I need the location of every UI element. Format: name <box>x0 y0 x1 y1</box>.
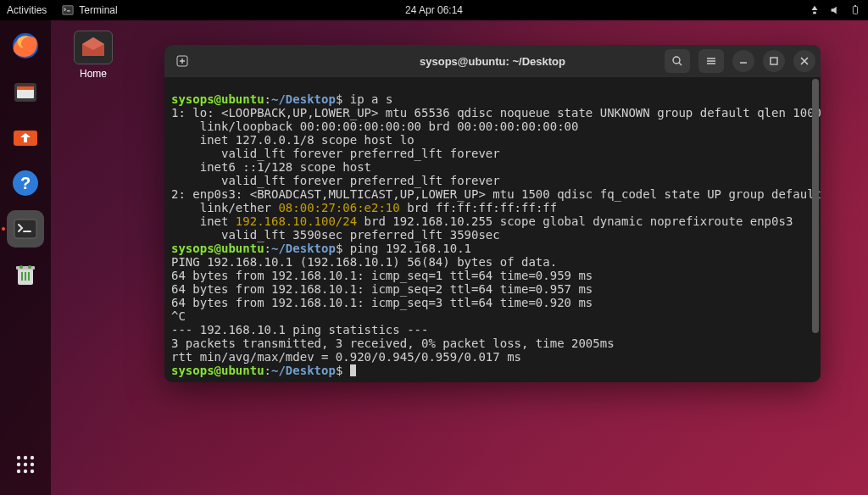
minimize-icon <box>737 55 749 67</box>
volume-icon[interactable] <box>829 4 841 16</box>
minimize-button[interactable] <box>732 50 754 72</box>
hamburger-icon <box>705 55 717 67</box>
output-line: PING 192.168.10.1 (192.168.10.1) 56(84) … <box>171 255 557 269</box>
topbar-app-menu[interactable]: Terminal <box>62 4 117 16</box>
svg-rect-26 <box>771 58 777 64</box>
help-icon: ? <box>10 168 41 198</box>
files-icon <box>10 76 41 107</box>
maximize-button[interactable] <box>763 50 785 72</box>
search-button[interactable] <box>665 49 690 73</box>
output-line: inet6 ::1/128 scope host <box>171 160 371 174</box>
plus-icon <box>176 55 188 67</box>
search-icon <box>671 55 683 67</box>
activities-button[interactable]: Activities <box>7 4 47 16</box>
svg-rect-1 <box>853 7 857 14</box>
output-line: 64 bytes from 192.168.10.1: icmp_seq=1 t… <box>171 269 593 282</box>
output-line: 64 bytes from 192.168.10.1: icmp_seq=3 t… <box>171 296 593 309</box>
output-line: 2: enp0s3: <BROADCAST,MULTICAST,UP,LOWER… <box>171 187 821 201</box>
ubuntu-dock: ? <box>0 20 51 495</box>
cursor <box>350 364 356 376</box>
dock-show-apps[interactable] <box>7 446 44 483</box>
software-icon <box>10 122 41 153</box>
svg-rect-0 <box>63 6 73 15</box>
output-line: --- 192.168.10.1 ping statistics --- <box>171 323 428 336</box>
command-1: ip a s <box>350 92 393 106</box>
command-2: ping 192.168.10.1 <box>350 242 471 255</box>
svg-point-15 <box>17 456 20 459</box>
home-folder-icon <box>81 36 106 58</box>
output-line: inet 192.168.10.100/24 brd 192.168.10.25… <box>171 214 793 228</box>
ip-address: 192.168.10.100/24 <box>236 214 357 228</box>
output-line: 3 packets transmitted, 3 received, 0% pa… <box>171 336 615 350</box>
menu-button[interactable] <box>698 49 724 73</box>
output-line: rtt min/avg/max/mdev = 0.920/0.945/0.959… <box>171 350 521 364</box>
dock-firefox[interactable] <box>7 27 44 64</box>
topbar-clock[interactable]: 24 Apr 06:14 <box>405 4 463 16</box>
apps-grid-icon <box>10 449 41 480</box>
terminal-icon <box>62 4 74 16</box>
output-line: valid_lft 3590sec preferred_lft 3590sec <box>171 228 500 242</box>
svg-point-14 <box>28 265 31 269</box>
power-icon[interactable] <box>849 4 861 16</box>
terminal-scrollbar[interactable] <box>812 79 819 333</box>
terminal-body[interactable]: sysops@ubuntu:~/Desktop$ ip a s 1: lo: <… <box>164 77 821 382</box>
close-button[interactable] <box>793 50 815 72</box>
dock-help[interactable]: ? <box>7 164 44 202</box>
svg-point-25 <box>673 57 680 64</box>
network-icon[interactable] <box>809 4 821 16</box>
svg-rect-10 <box>14 220 36 238</box>
output-line: 64 bytes from 192.168.10.1: icmp_seq=2 t… <box>171 282 593 296</box>
trash-icon <box>10 259 41 290</box>
terminal-window: sysops@ubuntu: ~/Desktop sysops@ubuntu:~… <box>164 45 821 382</box>
output-line: 1: lo: <LOOPBACK,UP,LOWER_UP> mtu 65536 … <box>171 106 821 120</box>
new-tab-button[interactable] <box>170 49 195 73</box>
svg-rect-6 <box>17 86 34 90</box>
svg-point-23 <box>31 470 34 473</box>
topbar-app-label: Terminal <box>79 4 117 16</box>
maximize-icon <box>768 55 780 67</box>
svg-point-18 <box>17 463 20 466</box>
close-icon <box>798 55 810 67</box>
svg-point-22 <box>24 470 27 473</box>
svg-point-19 <box>24 463 27 466</box>
mac-address: 08:00:27:06:e2:10 <box>278 201 399 214</box>
dock-files[interactable] <box>7 73 44 110</box>
output-line: link/loopback 00:00:00:00:00:00 brd 00:0… <box>171 120 578 133</box>
svg-point-17 <box>31 456 34 459</box>
gnome-topbar: Activities Terminal 24 Apr 06:14 <box>0 0 868 20</box>
output-line: ^C <box>171 309 186 323</box>
output-line: inet 127.0.0.1/8 scope host lo <box>171 133 415 147</box>
desktop-home-label: Home <box>66 68 120 80</box>
svg-point-16 <box>24 456 27 459</box>
svg-point-13 <box>19 265 23 269</box>
desktop-home-folder[interactable]: Home <box>66 31 120 80</box>
output-line: valid_lft forever preferred_lft forever <box>171 174 500 187</box>
dock-software[interactable] <box>7 119 44 156</box>
output-line: link/ether 08:00:27:06:e2:10 brd ff:ff:f… <box>171 201 557 214</box>
terminal-title: sysops@ubuntu: ~/Desktop <box>420 55 565 68</box>
prompt-path: ~/Desktop <box>271 92 336 106</box>
svg-rect-2 <box>854 5 856 7</box>
terminal-titlebar[interactable]: sysops@ubuntu: ~/Desktop <box>164 45 821 77</box>
svg-point-21 <box>17 470 20 473</box>
svg-rect-12 <box>16 266 35 270</box>
svg-point-20 <box>31 463 34 466</box>
firefox-icon <box>10 31 41 61</box>
dock-terminal[interactable] <box>7 210 44 248</box>
prompt-user: sysops@ubuntu <box>171 92 264 106</box>
output-line: valid_lft forever preferred_lft forever <box>171 147 500 160</box>
terminal-icon <box>10 214 41 244</box>
dock-trash[interactable] <box>7 256 44 293</box>
svg-text:?: ? <box>20 174 31 192</box>
